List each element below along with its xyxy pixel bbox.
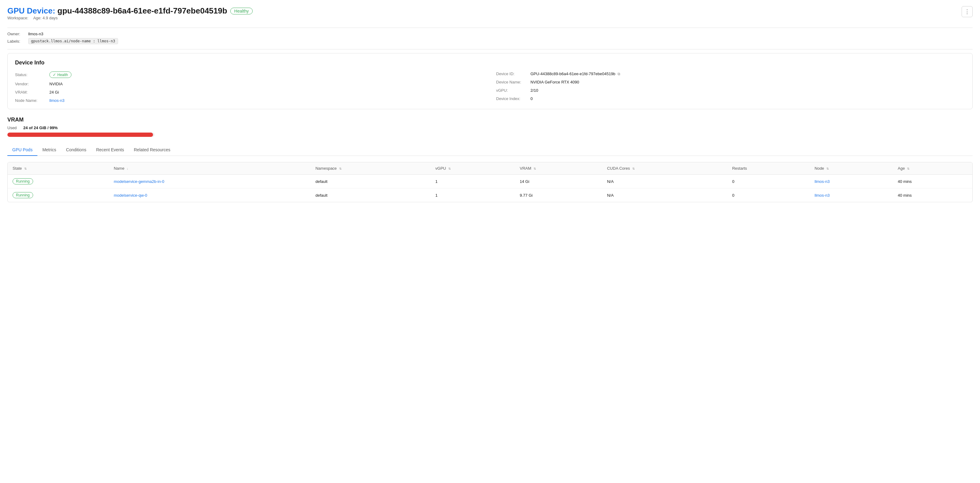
vram-used-label: Used xyxy=(7,126,20,130)
device-index-value: 0 xyxy=(530,96,533,101)
cell-namespace-0: default xyxy=(310,175,431,188)
node-name-row: Node Name: llmos-n3 xyxy=(15,98,484,103)
col-name[interactable]: Name ↓ xyxy=(109,162,310,175)
age-value: Age: 4.9 days xyxy=(33,16,58,20)
cell-vram-1: 9.77 Gi xyxy=(515,188,602,202)
cell-node-1: llmos-n3 xyxy=(810,188,893,202)
labels-label: Labels: xyxy=(7,39,26,43)
cell-age-0: 40 mins xyxy=(893,175,972,188)
col-restarts: Restarts xyxy=(727,162,810,175)
vgpu-label: vGPU: xyxy=(496,88,527,92)
vram-title: VRAM xyxy=(7,116,973,123)
vram-info-value: 24 Gi xyxy=(49,90,59,94)
device-info-card: Device Info Status: ✓ Health Vendor: NVI… xyxy=(7,53,973,109)
vram-info-label: VRAM: xyxy=(15,90,46,94)
status-value: Health xyxy=(57,73,68,77)
vgpu-value: 2/10 xyxy=(530,88,538,92)
cell-name-0: modelservice-gemma2b-in-0 xyxy=(109,175,310,188)
device-name-row: Device Name: NVIDIA GeForce RTX 4090 xyxy=(496,80,965,84)
running-badge-1: Running xyxy=(13,192,33,198)
vram-info-row: VRAM: 24 Gi xyxy=(15,90,484,94)
node-link-1[interactable]: llmos-n3 xyxy=(815,193,830,198)
vram-bar-fill xyxy=(7,132,153,137)
cell-cuda-0: N/A xyxy=(602,175,727,188)
col-node[interactable]: Node ⇅ xyxy=(810,162,893,175)
left-info-col: Status: ✓ Health Vendor: NVIDIA VRAM: 24… xyxy=(15,72,484,103)
pod-link-1[interactable]: modelservice-qw-0 xyxy=(114,193,147,198)
vgpu-row: vGPU: 2/10 xyxy=(496,88,965,92)
device-info-grid: Status: ✓ Health Vendor: NVIDIA VRAM: 24… xyxy=(15,72,965,103)
health-badge: ✓ Health xyxy=(49,72,72,78)
gpu-pods-table-container: State ⇅ Name ↓ Namespace ⇅ vGPU ⇅ VRAM ⇅… xyxy=(7,162,973,202)
tabs-section: GPU Pods Metrics Conditions Recent Event… xyxy=(7,144,973,202)
copy-icon[interactable]: ⧉ xyxy=(617,72,620,76)
cell-namespace-1: default xyxy=(310,188,431,202)
col-vgpu[interactable]: vGPU ⇅ xyxy=(431,162,515,175)
cell-vram-0: 14 Gi xyxy=(515,175,602,188)
vram-section: VRAM Used 24 of 24 GiB / 99% xyxy=(7,116,973,137)
device-name-label: Device Name: xyxy=(496,80,527,84)
col-namespace[interactable]: Namespace ⇅ xyxy=(310,162,431,175)
table-row: Running modelservice-gemma2b-in-0 defaul… xyxy=(8,175,972,188)
tab-recent-events[interactable]: Recent Events xyxy=(91,144,129,156)
gpu-pods-table: State ⇅ Name ↓ Namespace ⇅ vGPU ⇅ VRAM ⇅… xyxy=(8,162,972,202)
owner-row: Owner: llmos-n3 xyxy=(7,32,973,36)
tab-conditions[interactable]: Conditions xyxy=(61,144,91,156)
page-header: GPU Device: gpu-44388c89-b6a4-61ee-e1fd-… xyxy=(7,6,973,24)
vram-usage-row: Used 24 of 24 GiB / 99% xyxy=(7,126,973,130)
owner-label: Owner: xyxy=(7,32,26,36)
owner-value: llmos-n3 xyxy=(28,32,43,36)
right-info-col: Device ID: GPU-44388c89-b6a4-61ee-e1fd-7… xyxy=(496,72,965,103)
label-badge: gpustack.llmos.ai/node-name : llmos-n3 xyxy=(28,38,118,44)
sort-cuda-icon: ⇅ xyxy=(632,167,635,170)
sort-name-icon: ↓ xyxy=(127,167,128,170)
pod-link-0[interactable]: modelservice-gemma2b-in-0 xyxy=(114,179,164,184)
cell-vgpu-1: 1 xyxy=(431,188,515,202)
running-badge-0: Running xyxy=(13,178,33,185)
tab-gpu-pods[interactable]: GPU Pods xyxy=(7,144,37,156)
cell-age-1: 40 mins xyxy=(893,188,972,202)
table-row: Running modelservice-qw-0 default 1 9.77… xyxy=(8,188,972,202)
page-title: GPU Device: gpu-44388c89-b6a4-61ee-e1fd-… xyxy=(7,6,227,16)
status-label: Status: xyxy=(15,72,46,77)
cell-cuda-1: N/A xyxy=(602,188,727,202)
kebab-icon: ⋮ xyxy=(964,8,970,15)
col-vram[interactable]: VRAM ⇅ xyxy=(515,162,602,175)
cell-state-1: Running xyxy=(8,188,109,202)
col-state[interactable]: State ⇅ xyxy=(8,162,109,175)
title-device-id: gpu-44388c89-b6a4-61ee-e1fd-797ebe04519b xyxy=(57,6,227,15)
device-index-label: Device Index: xyxy=(496,96,527,101)
tab-related-resources[interactable]: Related Resources xyxy=(129,144,175,156)
subtitle-row: Workspace: Age: 4.9 days xyxy=(7,16,253,20)
cell-restarts-0: 0 xyxy=(727,175,810,188)
vram-stats: 24 of 24 GiB / 99% xyxy=(23,126,58,130)
col-age[interactable]: Age ⇅ xyxy=(893,162,972,175)
vram-bar-container xyxy=(7,132,154,137)
meta-divider xyxy=(7,49,973,49)
cell-vgpu-0: 1 xyxy=(431,175,515,188)
device-id-value: GPU-44388c89-b6a4-61ee-e1fd-797ebe04519b… xyxy=(530,72,620,76)
col-cuda-cores[interactable]: CUDA Cores ⇅ xyxy=(602,162,727,175)
device-name-value: NVIDIA GeForce RTX 4090 xyxy=(530,80,579,84)
sort-namespace-icon: ⇅ xyxy=(339,167,342,170)
table-body: Running modelservice-gemma2b-in-0 defaul… xyxy=(8,175,972,202)
device-id-row: Device ID: GPU-44388c89-b6a4-61ee-e1fd-7… xyxy=(496,72,965,76)
vendor-value: NVIDIA xyxy=(49,81,62,86)
cell-state-0: Running xyxy=(8,175,109,188)
sort-vram-icon: ⇅ xyxy=(533,167,536,170)
checkmark-icon: ✓ xyxy=(53,72,56,77)
cell-restarts-1: 0 xyxy=(727,188,810,202)
node-link-0[interactable]: llmos-n3 xyxy=(815,179,830,184)
kebab-menu-button[interactable]: ⋮ xyxy=(962,6,973,17)
node-name-value[interactable]: llmos-n3 xyxy=(49,98,64,103)
meta-section: Owner: llmos-n3 Labels: gpustack.llmos.a… xyxy=(7,32,973,44)
title-prefix: GPU Device: xyxy=(7,6,55,15)
tab-metrics[interactable]: Metrics xyxy=(37,144,61,156)
vendor-label: Vendor: xyxy=(15,81,46,86)
sort-node-icon: ⇅ xyxy=(826,167,829,170)
device-index-row: Device Index: 0 xyxy=(496,96,965,101)
device-info-title: Device Info xyxy=(15,59,965,66)
sort-age-icon: ⇅ xyxy=(907,167,910,170)
status-row: Status: ✓ Health xyxy=(15,72,484,78)
table-header: State ⇅ Name ↓ Namespace ⇅ vGPU ⇅ VRAM ⇅… xyxy=(8,162,972,175)
